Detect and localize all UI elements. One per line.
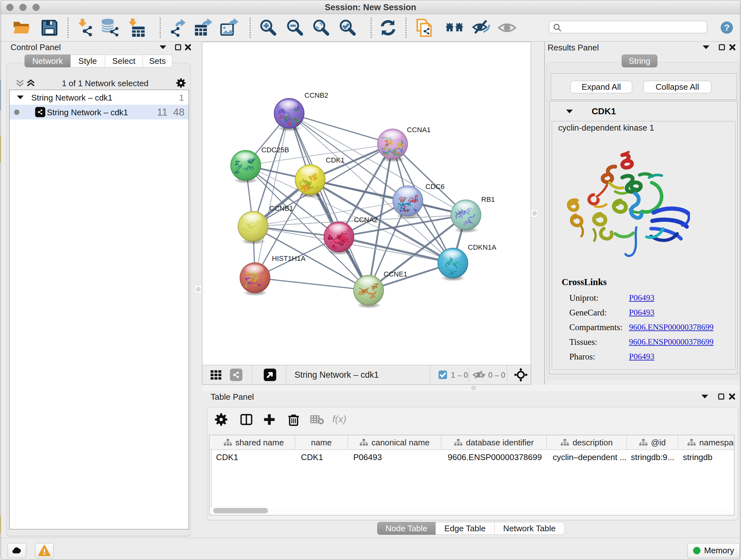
collapse-gene-icon[interactable] [566, 109, 573, 115]
crosslink-link[interactable]: P06493 [629, 352, 654, 361]
network-edge[interactable] [289, 113, 466, 215]
warnings-button[interactable] [35, 543, 54, 558]
collapse-all-button[interactable]: Collapse All [643, 81, 711, 93]
network-tree-row[interactable]: String Network – cdk1 1 [10, 90, 189, 105]
table-add-column-icon[interactable] [260, 411, 278, 428]
tree-expander-icon[interactable] [17, 95, 24, 101]
table-horizontal-scrollbar[interactable] [210, 507, 731, 514]
table-cell[interactable]: CDK1 [301, 452, 323, 462]
zoom-in-button[interactable] [257, 17, 279, 39]
network-node-CCNA2[interactable] [324, 222, 354, 255]
table-delete-row-icon[interactable] [285, 411, 302, 428]
table-cell[interactable]: cyclin–dependent ... [553, 452, 626, 462]
crosshair-icon[interactable] [514, 368, 528, 382]
table-cell[interactable]: stringdb:9... [631, 452, 674, 462]
table-panel-tabs: Node TableEdge TableNetwork Table [377, 522, 564, 535]
float-panel-icon[interactable] [159, 45, 166, 50]
memory-button[interactable]: Memory [687, 543, 740, 558]
zoom-fit-button[interactable] [310, 17, 332, 39]
bottom-split-divider[interactable] [202, 385, 740, 391]
gene-header[interactable]: CDK1 [549, 101, 737, 121]
tab-sets[interactable]: Sets [143, 55, 172, 67]
table-cell[interactable]: 9606.ENSP00000378699 [448, 452, 542, 462]
table-columns-icon[interactable] [238, 411, 255, 428]
maximize-panel-icon[interactable] [719, 44, 725, 51]
float-panel-icon[interactable] [702, 45, 710, 50]
network-node-CDC6[interactable] [393, 186, 423, 219]
left-divider-handle[interactable] [194, 285, 202, 294]
hide-selected-button[interactable] [471, 17, 492, 39]
import-table-file-button[interactable] [125, 17, 147, 39]
open-session-button[interactable] [11, 17, 32, 39]
import-network-database-button[interactable] [99, 17, 121, 39]
tab-node-table[interactable]: Node Table [377, 522, 435, 535]
crosslink-link[interactable]: 9606.ENSP00000378699 [629, 337, 714, 347]
crosslink-link[interactable]: P06493 [629, 293, 654, 303]
save-session-button[interactable] [39, 17, 60, 39]
network-node-CDC25B[interactable] [230, 150, 261, 184]
help-button[interactable] [720, 21, 733, 34]
selected-nodes-checkbox-icon[interactable] [437, 370, 448, 380]
first-neighbors-button[interactable] [444, 17, 465, 39]
clone-network-button[interactable] [414, 17, 435, 39]
close-panel-icon[interactable] [729, 44, 736, 51]
network-canvas[interactable]: CCNB2CCNA1CDC25BCDK1CDC6RB1CCNB1CCNA2CDK… [202, 42, 531, 365]
network-node-CCNE1[interactable] [353, 275, 384, 308]
column-header-description[interactable]: description [547, 435, 627, 450]
column-header-shared-name[interactable]: shared name [212, 435, 295, 450]
network-node-CCNA1[interactable] [377, 129, 408, 162]
zoom-selected-button[interactable] [337, 17, 358, 39]
show-all-button[interactable] [496, 17, 518, 39]
column-header-canonical-name[interactable]: canonical name [348, 435, 441, 450]
network-node-CDKN1A[interactable] [437, 248, 468, 281]
apply-layout-button[interactable] [377, 17, 399, 39]
export-network-button[interactable] [167, 17, 189, 39]
expand-all-button[interactable]: Expand All [570, 81, 632, 93]
table-settings-gear-icon[interactable] [212, 411, 230, 428]
right-divider-handle[interactable] [531, 209, 538, 217]
export-image-button[interactable] [219, 17, 240, 39]
tab-network[interactable]: Network [24, 55, 71, 67]
network-edge[interactable] [339, 237, 453, 263]
column-header-database-identifier[interactable]: database identifier [441, 435, 547, 450]
search-input[interactable] [564, 21, 705, 33]
network-edge[interactable] [289, 113, 368, 290]
network-node-HIST1H1A[interactable] [240, 262, 270, 296]
birdseye-view-icon[interactable] [262, 367, 278, 382]
network-edge[interactable] [289, 113, 393, 144]
network-node-CCNB1[interactable] [238, 211, 268, 245]
float-panel-icon[interactable] [701, 394, 709, 399]
table-cell[interactable]: P06493 [353, 452, 382, 462]
import-network-file-button[interactable] [73, 17, 95, 39]
network-options-gear-icon[interactable] [176, 78, 186, 89]
tab-style[interactable]: Style [71, 55, 105, 67]
network-edge[interactable] [255, 113, 289, 278]
table-cell[interactable]: CDK1 [216, 452, 238, 462]
network-tree-row[interactable]: String Network – cdk1 11 48 [10, 105, 189, 119]
network-node-RB1[interactable] [451, 199, 481, 233]
tab-select[interactable]: Select [105, 55, 143, 67]
cloud-status-button[interactable] [8, 543, 26, 558]
hidden-eye-icon[interactable] [472, 368, 486, 381]
scrollbar-thumb[interactable] [213, 508, 268, 513]
tab-edge-table[interactable]: Edge Table [435, 522, 495, 535]
column-header--id[interactable]: @id [627, 435, 678, 450]
crosslink-link[interactable]: 9606.ENSP00000378699 [629, 322, 714, 332]
maximize-panel-icon[interactable] [175, 44, 181, 51]
maximize-panel-icon[interactable] [718, 393, 724, 400]
bottom-divider-handle[interactable] [471, 386, 476, 390]
column-header-name[interactable]: name [295, 435, 348, 450]
tab-string[interactable]: String [622, 55, 657, 67]
grid-view-icon[interactable] [209, 368, 223, 382]
zoom-out-button[interactable] [284, 17, 306, 39]
share-view-icon[interactable] [228, 367, 244, 382]
export-table-button[interactable] [192, 17, 214, 39]
table-function-icon[interactable] [331, 411, 349, 428]
network-edge[interactable] [255, 278, 368, 290]
tab-network-table[interactable]: Network Table [495, 522, 564, 535]
table-cell[interactable]: stringdb [683, 452, 713, 462]
close-panel-icon[interactable] [729, 393, 736, 400]
table-delete-table-icon[interactable] [308, 411, 326, 428]
crosslink-link[interactable]: P06493 [629, 308, 654, 317]
column-header-namespace[interactable]: namespace [678, 435, 734, 450]
